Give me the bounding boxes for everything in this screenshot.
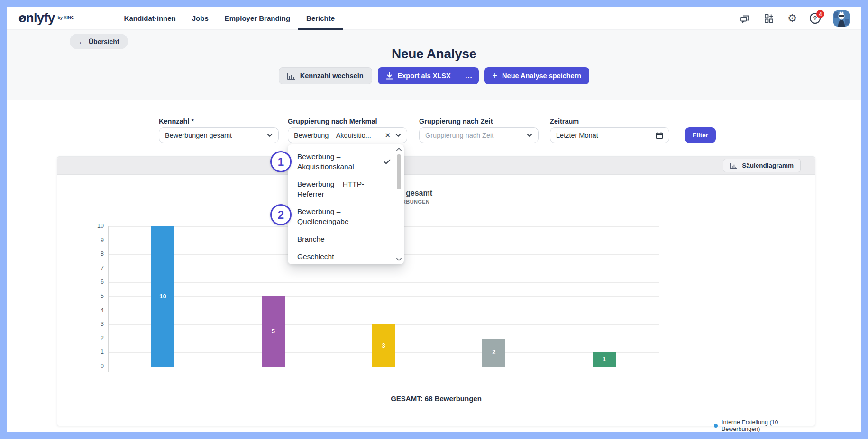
gridline xyxy=(109,367,659,367)
nav-utility-icons: ⚙ ? 4 xyxy=(739,10,850,27)
scroll-down-icon[interactable] xyxy=(395,258,402,261)
chart-total-label: GESAMT: 68 Bewerbungen xyxy=(57,394,815,403)
chevron-down-icon xyxy=(267,134,273,137)
dropdown-items: Bewerbung – AkquisitionskanalBewerbung –… xyxy=(297,152,404,261)
more-options-button[interactable]: … xyxy=(459,67,479,84)
dropdown-option[interactable]: Geschlecht xyxy=(297,251,404,261)
dropdown-option-label: Geschlecht xyxy=(297,251,377,261)
y-axis-tick-label: 4 xyxy=(89,307,104,314)
chevron-down-icon xyxy=(395,134,401,137)
annotation-circle-2: 2 xyxy=(270,204,292,225)
dropdown-option-label: Bewerbung – HTTP-Referrer xyxy=(297,179,377,199)
kennzahl-select[interactable]: Bewerbungen gesamt xyxy=(159,127,279,143)
onlyfy-logo[interactable]: onlyfy by XING xyxy=(18,11,74,26)
nav-item-jobs[interactable]: Jobs xyxy=(184,7,217,30)
bar-value-label: 3 xyxy=(372,342,395,349)
ellipsis-icon: … xyxy=(465,72,473,80)
dropdown-scrollbar[interactable] xyxy=(395,147,402,262)
bar-interne-erstellung[interactable]: 10 xyxy=(151,226,174,367)
bar-chart-icon xyxy=(730,162,738,169)
notification-badge: 4 xyxy=(816,10,824,18)
zeit-select[interactable]: Gruppierung nach Zeit xyxy=(419,127,539,143)
y-axis-tick-label: 2 xyxy=(89,335,104,341)
zeitraum-input[interactable]: Letzter Monat xyxy=(550,127,669,143)
filter-button[interactable]: Filter xyxy=(685,127,716,143)
logo-wordmark: onlyfy xyxy=(18,11,55,26)
page-header-band xyxy=(7,30,861,100)
legend-item[interactable]: Interne Erstellung (10 Bewerbungen) xyxy=(714,421,815,431)
header-actions: Kennzahl wechseln Export als XLSX … + Ne… xyxy=(7,67,861,84)
gridline xyxy=(109,269,659,269)
logo-by-xing: by XING xyxy=(58,15,74,20)
y-axis-tick-label: 0 xyxy=(89,363,104,369)
legend-item-label: Interne Erstellung (10 Bewerbungen) xyxy=(722,419,815,432)
y-axis-tick-label: 1 xyxy=(89,349,104,355)
annotation-circle-1: 1 xyxy=(270,151,292,172)
scrollbar-thumb[interactable] xyxy=(397,154,401,189)
chevron-down-icon xyxy=(527,134,532,137)
legend-dot-icon xyxy=(714,424,718,428)
export-xlsx-button[interactable]: Export als XLSX xyxy=(378,67,459,84)
y-axis-tick-label: 5 xyxy=(89,293,104,299)
gridline xyxy=(109,311,659,311)
switch-metric-button[interactable]: Kennzahl wechseln xyxy=(279,67,372,84)
gridline xyxy=(109,282,659,283)
nav-item-berichte[interactable]: Berichte xyxy=(298,7,343,30)
merkmal-label: Gruppierung nach Merkmal xyxy=(288,117,377,125)
download-icon xyxy=(386,72,393,80)
top-navbar: onlyfy by XING Kandidat·innenJobsEmploye… xyxy=(7,7,861,30)
chart-legend: Interne Erstellung (10 Bewerbungen)XING … xyxy=(714,421,815,432)
bar-chart-icon xyxy=(287,72,295,80)
apps-grid-icon[interactable] xyxy=(763,13,775,24)
bar-whatsapp[interactable]: 3 xyxy=(372,324,395,367)
clear-selection-icon[interactable]: ✕ xyxy=(384,131,392,140)
dropdown-option-label: Bewerbung – Quelleneingabe xyxy=(297,206,377,226)
bar-e-mail-bewerbungen[interactable]: 1 xyxy=(593,352,616,367)
bar-xing-instant-apply-e-[interactable]: 2 xyxy=(482,339,505,367)
dropdown-option-label: Bewerbung – Akquisitionskanal xyxy=(297,152,377,171)
plus-icon: + xyxy=(493,71,498,81)
y-axis-tick-label: 6 xyxy=(89,278,104,285)
y-axis-tick-label: 3 xyxy=(89,321,104,327)
nav-item-kandidaten[interactable]: Kandidat·innen xyxy=(116,7,184,30)
kennzahl-label: Kennzahl * xyxy=(159,117,194,125)
chart-type-button[interactable]: Säulendiagramm xyxy=(723,159,801,172)
main-nav-menu: Kandidat·innenJobsEmployer BrandingBeric… xyxy=(116,7,343,30)
y-axis-tick-label: 10 xyxy=(89,223,104,229)
user-avatar[interactable] xyxy=(833,10,850,27)
dropdown-option[interactable]: Bewerbung – HTTP-Referrer xyxy=(297,179,404,199)
messages-icon[interactable] xyxy=(739,13,750,24)
zeitraum-label: Zeitraum xyxy=(550,117,579,125)
y-axis-tick-label: 8 xyxy=(89,251,104,257)
settings-gear-icon[interactable]: ⚙ xyxy=(787,13,797,24)
gridline xyxy=(109,296,659,297)
help-icon[interactable]: ? 4 xyxy=(810,13,821,24)
calendar-icon xyxy=(656,132,663,139)
nav-item-employer-branding[interactable]: Employer Branding xyxy=(217,7,298,30)
dropdown-option[interactable]: Branche xyxy=(297,234,404,244)
bar-xing-ultimate[interactable]: 5 xyxy=(262,296,285,367)
dropdown-option[interactable]: Bewerbung – Quelleneingabe xyxy=(297,206,404,226)
y-axis-tick-label: 9 xyxy=(89,237,104,243)
chart-card: Säulendiagramm gesamt RBUNGEN 0123456789… xyxy=(57,156,815,426)
dropdown-option-label: Branche xyxy=(297,234,377,244)
zeit-label: Gruppierung nach Zeit xyxy=(419,117,493,125)
y-axis-tick-label: 7 xyxy=(89,265,104,271)
dropdown-option[interactable]: Bewerbung – Akquisitionskanal xyxy=(297,152,404,171)
checkmark-icon xyxy=(384,159,391,164)
bar-value-label: 2 xyxy=(482,349,505,356)
y-axis-line xyxy=(108,226,109,372)
bar-value-label: 10 xyxy=(151,293,174,300)
chart-subtitle-fragment: RBUNGEN xyxy=(402,199,429,205)
chart-title-fragment: gesamt xyxy=(406,189,432,197)
bar-value-label: 5 xyxy=(262,328,285,335)
export-split-button: Export als XLSX … xyxy=(378,67,479,84)
arrow-left-icon: ← xyxy=(78,38,85,45)
save-analysis-button[interactable]: + Neue Analyse speichern xyxy=(484,67,590,84)
scroll-up-icon[interactable] xyxy=(395,148,402,151)
chart-card-header xyxy=(57,157,815,175)
app-page: onlyfy by XING Kandidat·innenJobsEmploye… xyxy=(7,7,861,432)
bar-value-label: 1 xyxy=(593,356,616,363)
merkmal-select[interactable]: Bewerbung – Akquisitio... ✕ xyxy=(288,127,407,143)
merkmal-dropdown: Bewerbung – AkquisitionskanalBewerbung –… xyxy=(288,144,404,264)
